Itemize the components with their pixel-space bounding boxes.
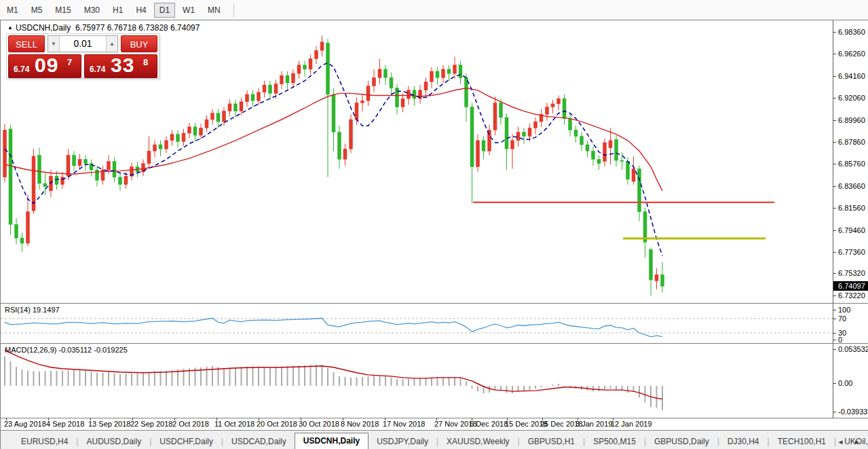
tab-sp500-m15[interactable]: SP500,M15	[585, 434, 644, 449]
date-label: 23 Aug 2018	[4, 420, 46, 428]
tab-tech100-h1[interactable]: TECH100,H1	[770, 434, 834, 449]
macd-histogram-bar	[350, 378, 352, 386]
timeframe-button-h4[interactable]: H4	[130, 3, 151, 18]
date-label: 6 Dec 2018	[470, 420, 508, 428]
macd-histogram-bar	[662, 386, 663, 410]
macd-histogram-bar	[4, 357, 5, 386]
timeframe-button-m1[interactable]: M1	[1, 3, 24, 18]
timeframe-toolbar: M1M5M15M30H1H4D1W1MN	[0, 0, 868, 20]
candle	[476, 141, 480, 167]
date-label: 3 Jan 2019	[575, 420, 612, 428]
candle	[638, 169, 641, 212]
candle	[84, 160, 88, 164]
macd-histogram-bar	[276, 367, 277, 386]
price-tick-label: 6.77360	[838, 248, 865, 256]
sell-button[interactable]: SELL	[8, 35, 45, 52]
macd-histogram-bar	[246, 367, 248, 386]
date-label: 11 Oct 2018	[214, 420, 254, 428]
price-tick-label: 6.96260	[838, 50, 865, 58]
macd-histogram-bar	[287, 366, 288, 386]
axis-tick	[833, 120, 836, 121]
tab-usdjpy-daily[interactable]: USDJPY,Daily	[369, 434, 436, 449]
macd-histogram-bar	[379, 376, 381, 386]
macd-histogram-bar	[73, 370, 75, 386]
macd-histogram-bar	[229, 367, 231, 386]
volume-increase-icon[interactable]: ▲	[106, 36, 117, 52]
macd-histogram-bar	[604, 386, 605, 389]
timeframe-button-mn[interactable]: MN	[202, 3, 226, 18]
date-label: 22 Sep 2018	[130, 420, 172, 428]
candle	[546, 107, 549, 114]
macd-histogram-bar	[339, 376, 340, 386]
candle	[649, 249, 653, 280]
chart-client-area: ▲USDCNH,Daily 6.75977 6.76718 6.73828 6.…	[0, 20, 868, 449]
macd-histogram-bar	[656, 386, 658, 408]
macd-histogram-bar	[218, 367, 219, 386]
tab-usdchf-daily[interactable]: USDCHF,Daily	[151, 434, 221, 449]
macd-histogram-bar	[114, 373, 115, 386]
axis-tick	[833, 208, 836, 209]
tab-usdcnh-daily[interactable]: USDCNH,Daily	[295, 433, 369, 449]
candle	[499, 103, 503, 118]
macd-histogram-bar	[131, 374, 132, 386]
macd-indicator-pane[interactable]	[1, 344, 868, 418]
candle	[355, 103, 358, 120]
candle	[626, 162, 630, 179]
timeframe-button-d1[interactable]: D1	[154, 3, 175, 18]
macd-histogram-bar	[523, 386, 525, 391]
candle	[361, 101, 364, 103]
candle	[200, 128, 203, 135]
buy-price-base: 6.74	[90, 65, 105, 74]
volume-decrease-icon[interactable]: ▼	[48, 36, 60, 52]
tab-gbpusd-h1[interactable]: GBPUSD,H1	[520, 434, 583, 449]
candle	[603, 143, 607, 162]
timeframe-button-m5[interactable]: M5	[26, 3, 48, 18]
macd-histogram-bar	[506, 386, 508, 393]
candle	[516, 132, 520, 141]
tab-eurusd-h4[interactable]: EURUSD,H4	[13, 434, 76, 449]
tab-scroll-arrows-icon[interactable]: ◄ ►	[837, 438, 865, 446]
buy-price-display[interactable]: 6.74 33 8	[84, 54, 157, 78]
tab-dj30-h4[interactable]: DJ30,H4	[719, 434, 768, 449]
tab-gbpusd-daily[interactable]: GBPUSD,Daily	[646, 434, 717, 449]
candle	[188, 127, 191, 133]
candle	[366, 86, 370, 101]
candle	[350, 120, 353, 149]
axis-tick	[833, 340, 836, 340]
macd-histogram-bar	[477, 386, 478, 391]
timeframe-button-m30[interactable]: M30	[79, 3, 105, 18]
candle	[119, 177, 122, 185]
timeframe-button-m15[interactable]: M15	[50, 3, 76, 18]
timeframe-button-h1[interactable]: H1	[107, 3, 128, 18]
one-click-trade-panel: SELL ▼ 0.01 ▲ BUY 6.74 09 7 6.74 33 8	[6, 33, 159, 78]
date-label: 2 Oct 2018	[172, 420, 209, 428]
macd-histogram-bar	[454, 377, 455, 386]
candle	[528, 128, 531, 136]
axis-tick	[833, 142, 836, 143]
candle	[401, 98, 404, 107]
candle	[297, 65, 301, 73]
macd-histogram-bar	[442, 377, 444, 386]
macd-level-label: 0.053532	[838, 345, 868, 353]
candle	[505, 118, 508, 149]
timeframe-button-w1[interactable]: W1	[177, 3, 200, 18]
candle	[655, 274, 658, 281]
sell-price-display[interactable]: 6.74 09 7	[8, 54, 81, 78]
tab-usdcad-daily[interactable]: USDCAD,Daily	[223, 434, 295, 449]
tab-audusd-daily[interactable]: AUDUSD,Daily	[78, 434, 149, 449]
macd-histogram-bar	[408, 379, 409, 386]
buy-button[interactable]: BUY	[121, 35, 157, 52]
macd-histogram-bar	[281, 367, 282, 386]
candle	[580, 137, 584, 145]
candle	[159, 145, 162, 149]
macd-histogram-bar	[466, 382, 467, 386]
collapse-panel-icon[interactable]: ▲	[7, 24, 13, 31]
volume-input[interactable]: 0.01	[60, 36, 106, 52]
rsi-indicator-pane[interactable]	[1, 304, 868, 344]
macd-histogram-bar	[512, 386, 513, 393]
candle	[153, 145, 157, 151]
candle	[234, 104, 238, 111]
tab-xauusd-weekly[interactable]: XAUUSD,Weekly	[438, 434, 517, 449]
candle	[320, 42, 324, 50]
macd-histogram-bar	[402, 379, 404, 386]
